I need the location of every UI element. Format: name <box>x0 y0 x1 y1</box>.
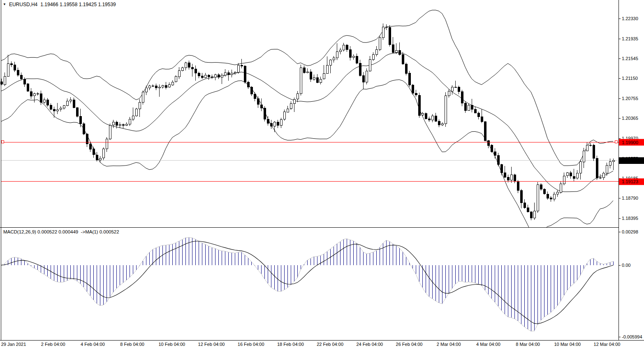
time-tick-label: 29 Jan 2021 <box>1 342 26 347</box>
macd-indicator-label: MACD(12,26,9) 0.000522 0.000449 ->MA(1) … <box>3 229 119 234</box>
time-tick-label: 8 Mar 04:00 <box>516 342 540 347</box>
time-tick-label: 10 Feb 04:00 <box>158 342 185 347</box>
chart-header: ▼ EURUSD,H4 1.19466 1.19558 1.19425 1.19… <box>3 2 116 7</box>
line-anchor-handle[interactable] <box>615 141 617 143</box>
svg-text:1.19123: 1.19123 <box>622 179 638 184</box>
ohlc-values: 1.19466 1.19558 1.19425 1.19539 <box>40 2 116 7</box>
price-tick-label: 1.20365 <box>622 116 638 121</box>
level-price-tag: 1.19900 <box>619 139 644 146</box>
time-tick-label: 4 Mar 04:00 <box>476 342 500 347</box>
time-tick-label: 2 Feb 04:00 <box>41 342 65 347</box>
macd-tick-label: 0.00298 <box>622 229 638 234</box>
price-tick-label: 1.21545 <box>622 56 638 61</box>
price-tick-label: 1.22330 <box>622 16 638 21</box>
macd-tick-label: 0.00 <box>622 263 630 268</box>
macd-tick-label: -0.005994 <box>622 334 642 339</box>
time-tick-label: 4 Feb 04:00 <box>81 342 105 347</box>
price-tick-label: 1.18395 <box>622 216 638 221</box>
time-tick-label: 8 Feb 04:00 <box>120 342 144 347</box>
mt4-chart-window: 1.223301.219351.215451.211501.207551.203… <box>0 0 644 350</box>
symbol-dropdown-icon[interactable]: ▼ <box>3 2 6 7</box>
time-tick-label: 12 Mar 04:00 <box>594 342 621 347</box>
level-price-tag: 1.19123 <box>619 178 644 185</box>
time-tick-label: 24 Feb 04:00 <box>356 342 383 347</box>
svg-text:1.19539: 1.19539 <box>622 158 638 163</box>
price-tick-label: 1.21150 <box>622 76 638 81</box>
price-tick-label: 1.18790 <box>622 196 638 201</box>
price-tick-label: 1.20755 <box>622 96 638 101</box>
symbol-timeframe-label: EURUSD,H4 <box>9 2 37 7</box>
svg-text:1.19900: 1.19900 <box>622 140 638 145</box>
line-anchor-handle[interactable] <box>1 141 4 143</box>
time-tick-label: 2 Mar 04:00 <box>437 342 461 347</box>
time-tick-label: 16 Feb 04:00 <box>238 342 264 347</box>
time-tick-label: 22 Feb 04:00 <box>317 342 343 347</box>
time-tick-label: 10 Mar 04:00 <box>554 342 581 347</box>
current-price-tag: 1.19539 <box>619 157 644 164</box>
time-tick-label: 26 Feb 04:00 <box>396 342 423 347</box>
price-tick-label: 1.21935 <box>622 36 638 41</box>
chart-canvas[interactable]: 1.223301.219351.215451.211501.207551.203… <box>0 0 644 350</box>
time-tick-label: 12 Feb 04:00 <box>198 342 225 347</box>
time-tick-label: 18 Feb 04:00 <box>277 342 304 347</box>
